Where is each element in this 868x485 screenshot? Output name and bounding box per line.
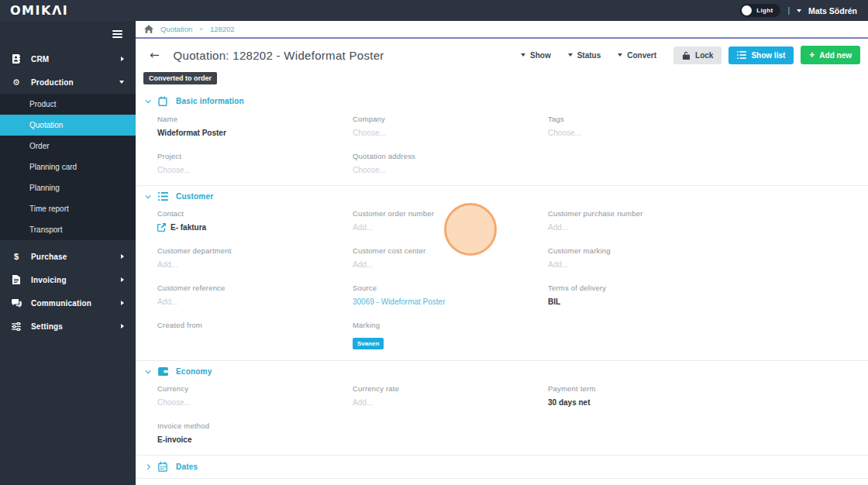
section-header-contact[interactable]: Contact bbox=[136, 479, 868, 485]
submenu-item-planning[interactable]: Planning bbox=[0, 177, 136, 198]
sidebar-item-label: CRM bbox=[31, 55, 112, 64]
show-dropdown[interactable]: Show bbox=[521, 51, 551, 60]
field-placeholder[interactable]: Choose... bbox=[548, 129, 868, 137]
field-name: Name Wideformat Poster bbox=[157, 115, 353, 137]
theme-toggle[interactable]: Light bbox=[740, 4, 780, 17]
field-placeholder[interactable]: Add... bbox=[353, 223, 548, 232]
caret-down-icon bbox=[618, 53, 622, 57]
field-placeholder[interactable]: Choose... bbox=[353, 129, 548, 137]
sidebar-item-label: Production bbox=[31, 78, 110, 87]
sliders-icon bbox=[11, 322, 22, 331]
add-new-button-label: Add new bbox=[819, 51, 852, 60]
field-label: Quotation address bbox=[353, 152, 548, 160]
field-label: Customer marking bbox=[548, 246, 868, 255]
chevron-down-icon bbox=[119, 81, 124, 84]
section-header-customer[interactable]: Customer bbox=[136, 186, 868, 207]
field-label: Source bbox=[353, 284, 548, 292]
field-placeholder[interactable]: Choose... bbox=[157, 398, 353, 407]
field-currency: Currency Choose... bbox=[157, 384, 353, 407]
section-contact: Contact bbox=[136, 479, 868, 485]
field-label: Customer order number bbox=[353, 209, 548, 218]
convert-dropdown[interactable]: Convert bbox=[618, 51, 656, 60]
submenu-item-time-report[interactable]: Time report bbox=[0, 198, 136, 219]
breadcrumb-id[interactable]: 128202 bbox=[210, 25, 235, 33]
field-customer-marking: Customer marking Add... bbox=[548, 246, 868, 269]
hamburger-menu-icon[interactable] bbox=[112, 30, 122, 38]
field-label: Contact bbox=[157, 209, 353, 218]
section-header-economy[interactable]: Economy bbox=[136, 361, 868, 382]
breadcrumb-quotation[interactable]: Quotation bbox=[160, 25, 192, 33]
field-value[interactable]: BIL bbox=[548, 298, 868, 306]
add-new-button[interactable]: + Add new bbox=[801, 46, 860, 64]
field-placeholder[interactable]: Choose... bbox=[157, 166, 353, 174]
user-name[interactable]: Mats Södrén bbox=[808, 6, 857, 15]
field-placeholder[interactable]: Add... bbox=[353, 398, 548, 407]
sidebar-item-communication[interactable]: Communication bbox=[0, 291, 136, 315]
field-label: Currency bbox=[157, 384, 353, 393]
field-placeholder[interactable]: Add... bbox=[157, 298, 353, 306]
field-value[interactable]: E- faktura bbox=[170, 223, 206, 232]
field-tags: Tags Choose... bbox=[548, 115, 868, 137]
chat-bubbles-icon bbox=[11, 299, 22, 308]
topbar-separator: | bbox=[787, 6, 790, 15]
show-list-button-label: Show list bbox=[751, 51, 785, 60]
status-dropdown[interactable]: Status bbox=[568, 51, 601, 60]
back-arrow-icon[interactable]: ← bbox=[150, 50, 160, 61]
sidebar-item-label: Purchase bbox=[31, 253, 112, 261]
field-project: Project Choose... bbox=[157, 152, 353, 174]
sidebar-item-crm[interactable]: CRM bbox=[0, 47, 136, 71]
chevron-down-icon bbox=[146, 193, 151, 198]
lock-button[interactable]: Lock bbox=[673, 46, 722, 64]
breadcrumb-separator: > bbox=[199, 26, 203, 33]
field-source: Source 30069 - Wideformat Poster bbox=[353, 284, 548, 306]
sidebar-item-settings[interactable]: Settings bbox=[0, 315, 136, 338]
submenu-item-quotation[interactable]: Quotation bbox=[0, 115, 136, 136]
invoice-file-icon bbox=[11, 275, 22, 284]
field-customer-department: Customer department Add... bbox=[157, 246, 353, 269]
field-customer-cost-center: Customer cost center Add... bbox=[353, 246, 548, 269]
show-list-button[interactable]: Show list bbox=[728, 46, 794, 64]
home-icon[interactable] bbox=[144, 25, 153, 33]
field-value[interactable]: Wideformat Poster bbox=[157, 129, 353, 137]
top-bar: OMIKΛI Light | Mats Södrén bbox=[0, 0, 868, 21]
field-placeholder[interactable]: Choose... bbox=[353, 166, 548, 174]
submenu-item-transport[interactable]: Transport bbox=[0, 219, 136, 240]
address-book-icon bbox=[11, 54, 22, 64]
field-placeholder[interactable]: Add... bbox=[353, 260, 548, 269]
source-link[interactable]: 30069 - Wideformat Poster bbox=[353, 298, 548, 306]
field-label: Company bbox=[353, 115, 548, 123]
section-title: Dates bbox=[176, 463, 198, 471]
sidebar-item-label: Settings bbox=[31, 322, 112, 331]
cogs-icon: ⚙ bbox=[11, 78, 22, 87]
app-window: OMIKΛI Light | Mats Södrén CRM ⚙ Product… bbox=[0, 0, 868, 485]
chevron-right-icon bbox=[121, 57, 124, 61]
section-economy: Economy Currency Choose... Currency rate… bbox=[136, 361, 868, 456]
page-title: Quotation: 128202 - Wideformat Poster bbox=[174, 49, 521, 62]
field-placeholder[interactable]: Add... bbox=[548, 223, 868, 232]
field-placeholder[interactable]: Add... bbox=[157, 260, 353, 269]
section-dates: Dates bbox=[136, 456, 868, 479]
caret-down-icon bbox=[521, 53, 525, 57]
section-basic-information: Basic information Name Wideformat Poster… bbox=[136, 90, 868, 186]
caret-down-icon bbox=[568, 53, 573, 57]
field-label: Project bbox=[157, 152, 353, 160]
section-header-dates[interactable]: Dates bbox=[136, 456, 868, 478]
sidebar-item-purchase[interactable]: $ Purchase bbox=[0, 245, 136, 268]
submenu-item-product[interactable]: Product bbox=[0, 94, 136, 115]
sidebar-item-invoicing[interactable]: Invoicing bbox=[0, 268, 136, 291]
customer-fields: Contact E- faktura Customer order number… bbox=[136, 207, 868, 360]
field-placeholder[interactable]: Add... bbox=[548, 260, 868, 269]
submenu-item-order[interactable]: Order bbox=[0, 136, 136, 157]
user-menu-caret-icon[interactable] bbox=[797, 9, 801, 12]
section-header-basic-information[interactable]: Basic information bbox=[136, 90, 868, 112]
field-label: Customer reference bbox=[157, 284, 353, 292]
field-value[interactable]: E-invoice bbox=[157, 435, 353, 444]
plus-icon: + bbox=[809, 50, 815, 60]
field-value[interactable]: 30 days net bbox=[548, 398, 868, 407]
marking-chip[interactable]: Svanen bbox=[353, 338, 384, 349]
field-label: Marking bbox=[353, 321, 548, 329]
edit-external-link-icon[interactable] bbox=[157, 223, 166, 232]
status-badge: Converted to order bbox=[143, 72, 217, 84]
submenu-item-planning-card[interactable]: Planning card bbox=[0, 157, 136, 177]
sidebar-item-production[interactable]: ⚙ Production bbox=[0, 71, 136, 94]
